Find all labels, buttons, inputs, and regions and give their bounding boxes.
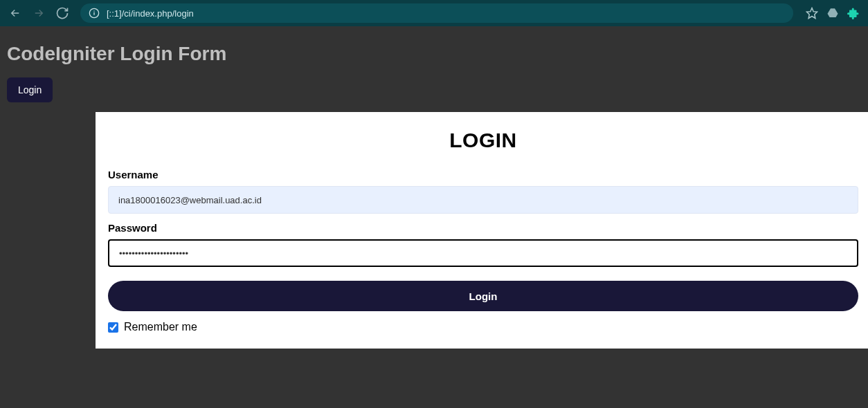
- bookmark-star-icon[interactable]: [806, 7, 818, 19]
- remember-checkbox[interactable]: [108, 322, 118, 333]
- svg-marker-3: [807, 8, 817, 19]
- extension-icon[interactable]: [847, 7, 860, 19]
- drive-icon[interactable]: [826, 7, 839, 19]
- page-body: CodeIgniter Login Form Login LOGIN Usern…: [0, 26, 868, 408]
- login-heading: LOGIN: [108, 122, 858, 169]
- arrow-right-icon: [33, 7, 45, 19]
- password-label: Password: [108, 222, 858, 234]
- password-input[interactable]: [108, 239, 858, 267]
- nav-login-button[interactable]: Login: [7, 77, 53, 102]
- username-label: Username: [108, 169, 858, 180]
- site-info-icon[interactable]: [89, 8, 100, 19]
- page-title: CodeIgniter Login Form: [0, 26, 868, 77]
- browser-toolbar: [::1]/ci/index.php/login: [0, 0, 868, 26]
- reload-button[interactable]: [53, 3, 72, 23]
- back-button[interactable]: [6, 3, 25, 23]
- svg-point-2: [93, 10, 94, 11]
- login-submit-button[interactable]: Login: [108, 281, 858, 311]
- browser-right-icons: [806, 7, 862, 19]
- login-panel: LOGIN Username Password Login Remember m…: [96, 112, 868, 349]
- remember-label: Remember me: [124, 321, 197, 333]
- remember-row: Remember me: [108, 321, 858, 333]
- password-group: Password: [108, 222, 858, 267]
- url-text: [::1]/ci/index.php/login: [107, 8, 194, 19]
- url-bar[interactable]: [::1]/ci/index.php/login: [80, 3, 793, 23]
- reload-icon: [55, 6, 69, 20]
- arrow-left-icon: [9, 7, 21, 19]
- username-input[interactable]: [108, 186, 858, 214]
- forward-button[interactable]: [29, 3, 48, 23]
- username-group: Username: [108, 169, 858, 214]
